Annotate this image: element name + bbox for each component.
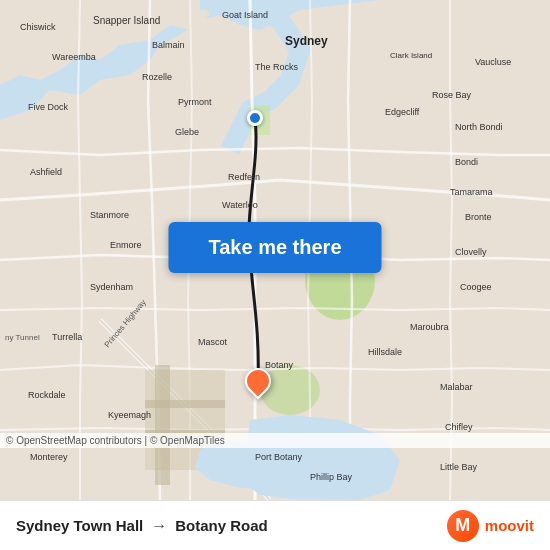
svg-text:Enmore: Enmore [110,240,142,250]
svg-text:Monterey: Monterey [30,452,68,462]
svg-rect-6 [155,365,170,485]
svg-text:Phillip Bay: Phillip Bay [310,472,353,482]
svg-text:Rozelle: Rozelle [142,72,172,82]
svg-text:Clark Island: Clark Island [390,51,432,60]
svg-text:ny Tunnel: ny Tunnel [5,333,40,342]
svg-text:Ashfield: Ashfield [30,167,62,177]
svg-text:Waterloo: Waterloo [222,200,258,210]
take-me-there-button[interactable]: Take me there [168,222,381,273]
svg-text:Wareemba: Wareemba [52,52,96,62]
svg-text:Malabar: Malabar [440,382,473,392]
svg-text:Turrella: Turrella [52,332,82,342]
svg-text:Chifley: Chifley [445,422,473,432]
bottom-bar: Sydney Town Hall → Botany Road M moovit [0,500,550,550]
moovit-logo: M moovit [447,510,534,542]
route-info: Sydney Town Hall → Botany Road [16,517,447,535]
svg-text:Glebe: Glebe [175,127,199,137]
svg-text:Rockdale: Rockdale [28,390,66,400]
svg-text:North Bondi: North Bondi [455,122,503,132]
svg-text:Clovelly: Clovelly [455,247,487,257]
svg-text:Rose Bay: Rose Bay [432,90,472,100]
origin-label: Sydney Town Hall [16,517,143,534]
destination-marker [245,368,271,394]
svg-text:Snapper Island: Snapper Island [93,15,160,26]
svg-text:Hillsdale: Hillsdale [368,347,402,357]
origin-marker [247,110,263,126]
svg-text:Five Dock: Five Dock [28,102,69,112]
svg-text:Stanmore: Stanmore [90,210,129,220]
svg-text:Bronte: Bronte [465,212,492,222]
svg-text:Sydenham: Sydenham [90,282,133,292]
moovit-text: moovit [485,517,534,534]
svg-text:Maroubra: Maroubra [410,322,449,332]
svg-text:Vaucluse: Vaucluse [475,57,511,67]
moovit-icon: M [447,510,479,542]
svg-rect-7 [145,400,225,408]
destination-label: Botany Road [175,517,268,534]
map-attribution: © OpenStreetMap contributors | © OpenMap… [0,433,550,448]
svg-text:Balmain: Balmain [152,40,185,50]
svg-text:Sydney: Sydney [285,34,328,48]
svg-text:Bondi: Bondi [455,157,478,167]
svg-text:Chiswick: Chiswick [20,22,56,32]
svg-text:Coogee: Coogee [460,282,492,292]
svg-text:Goat Island: Goat Island [222,10,268,20]
svg-text:Mascot: Mascot [198,337,228,347]
svg-text:Edgecliff: Edgecliff [385,107,420,117]
arrow-icon: → [151,517,167,535]
svg-text:Redfern: Redfern [228,172,260,182]
map-container: Snapper Island Goat Island Sydney The Ro… [0,0,550,500]
svg-text:Pyrmont: Pyrmont [178,97,212,107]
svg-text:Little Bay: Little Bay [440,462,478,472]
svg-text:The Rocks: The Rocks [255,62,299,72]
svg-text:Tamarama: Tamarama [450,187,493,197]
svg-text:Port Botany: Port Botany [255,452,303,462]
svg-text:Kyeemagh: Kyeemagh [108,410,151,420]
